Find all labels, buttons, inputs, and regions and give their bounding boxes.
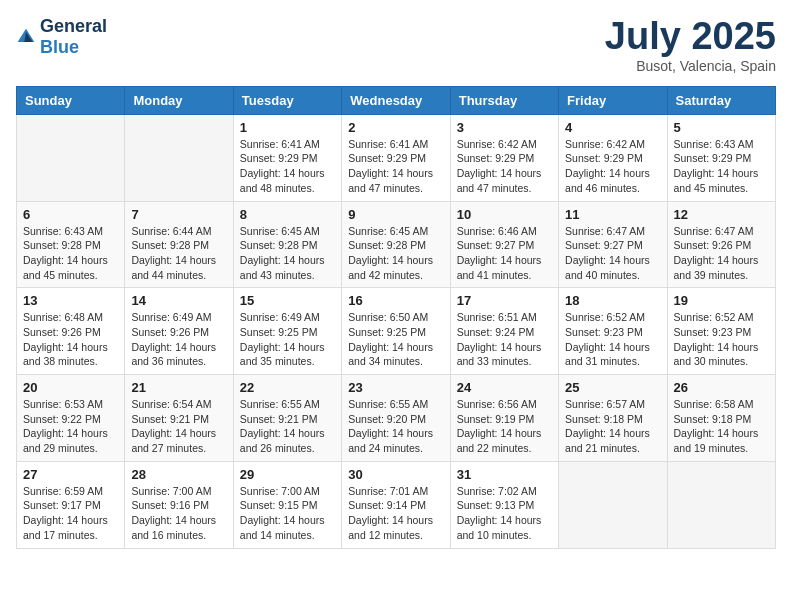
table-row: 31Sunrise: 7:02 AMSunset: 9:13 PMDayligh… [450,461,558,548]
day-number: 26 [674,380,769,395]
day-number: 14 [131,293,226,308]
day-info: Sunrise: 7:01 AMSunset: 9:14 PMDaylight:… [348,484,443,543]
table-row: 15Sunrise: 6:49 AMSunset: 9:25 PMDayligh… [233,288,341,375]
table-row: 28Sunrise: 7:00 AMSunset: 9:16 PMDayligh… [125,461,233,548]
logo-blue: Blue [40,37,79,57]
table-row: 25Sunrise: 6:57 AMSunset: 9:18 PMDayligh… [559,375,667,462]
day-number: 3 [457,120,552,135]
day-number: 30 [348,467,443,482]
table-row: 9Sunrise: 6:45 AMSunset: 9:28 PMDaylight… [342,201,450,288]
day-number: 31 [457,467,552,482]
day-info: Sunrise: 6:46 AMSunset: 9:27 PMDaylight:… [457,224,552,283]
calendar-header-row: Sunday Monday Tuesday Wednesday Thursday… [17,86,776,114]
day-info: Sunrise: 6:51 AMSunset: 9:24 PMDaylight:… [457,310,552,369]
table-row [125,114,233,201]
day-number: 27 [23,467,118,482]
day-info: Sunrise: 7:00 AMSunset: 9:15 PMDaylight:… [240,484,335,543]
header-sunday: Sunday [17,86,125,114]
day-number: 12 [674,207,769,222]
day-info: Sunrise: 6:41 AMSunset: 9:29 PMDaylight:… [240,137,335,196]
day-number: 23 [348,380,443,395]
day-info: Sunrise: 6:44 AMSunset: 9:28 PMDaylight:… [131,224,226,283]
table-row: 8Sunrise: 6:45 AMSunset: 9:28 PMDaylight… [233,201,341,288]
day-number: 16 [348,293,443,308]
table-row: 24Sunrise: 6:56 AMSunset: 9:19 PMDayligh… [450,375,558,462]
day-number: 11 [565,207,660,222]
day-info: Sunrise: 6:55 AMSunset: 9:20 PMDaylight:… [348,397,443,456]
day-info: Sunrise: 6:54 AMSunset: 9:21 PMDaylight:… [131,397,226,456]
day-number: 7 [131,207,226,222]
day-info: Sunrise: 6:58 AMSunset: 9:18 PMDaylight:… [674,397,769,456]
table-row: 13Sunrise: 6:48 AMSunset: 9:26 PMDayligh… [17,288,125,375]
day-number: 19 [674,293,769,308]
calendar-week-4: 20Sunrise: 6:53 AMSunset: 9:22 PMDayligh… [17,375,776,462]
day-info: Sunrise: 6:59 AMSunset: 9:17 PMDaylight:… [23,484,118,543]
logo-text: General Blue [40,16,107,58]
day-number: 17 [457,293,552,308]
day-number: 29 [240,467,335,482]
table-row: 20Sunrise: 6:53 AMSunset: 9:22 PMDayligh… [17,375,125,462]
logo-icon [16,27,36,47]
table-row: 3Sunrise: 6:42 AMSunset: 9:29 PMDaylight… [450,114,558,201]
table-row: 11Sunrise: 6:47 AMSunset: 9:27 PMDayligh… [559,201,667,288]
table-row: 12Sunrise: 6:47 AMSunset: 9:26 PMDayligh… [667,201,775,288]
day-info: Sunrise: 6:57 AMSunset: 9:18 PMDaylight:… [565,397,660,456]
table-row: 18Sunrise: 6:52 AMSunset: 9:23 PMDayligh… [559,288,667,375]
table-row: 7Sunrise: 6:44 AMSunset: 9:28 PMDaylight… [125,201,233,288]
table-row: 17Sunrise: 6:51 AMSunset: 9:24 PMDayligh… [450,288,558,375]
page-header: General Blue July 2025 Busot, Valencia, … [16,16,776,74]
logo: General Blue [16,16,107,58]
table-row [17,114,125,201]
table-row: 19Sunrise: 6:52 AMSunset: 9:23 PMDayligh… [667,288,775,375]
calendar-subtitle: Busot, Valencia, Spain [605,58,776,74]
day-info: Sunrise: 6:49 AMSunset: 9:26 PMDaylight:… [131,310,226,369]
calendar-week-3: 13Sunrise: 6:48 AMSunset: 9:26 PMDayligh… [17,288,776,375]
day-info: Sunrise: 6:47 AMSunset: 9:26 PMDaylight:… [674,224,769,283]
day-info: Sunrise: 6:45 AMSunset: 9:28 PMDaylight:… [348,224,443,283]
day-number: 20 [23,380,118,395]
day-info: Sunrise: 7:00 AMSunset: 9:16 PMDaylight:… [131,484,226,543]
header-wednesday: Wednesday [342,86,450,114]
table-row: 27Sunrise: 6:59 AMSunset: 9:17 PMDayligh… [17,461,125,548]
day-number: 22 [240,380,335,395]
day-number: 21 [131,380,226,395]
calendar-week-5: 27Sunrise: 6:59 AMSunset: 9:17 PMDayligh… [17,461,776,548]
table-row [559,461,667,548]
table-row: 21Sunrise: 6:54 AMSunset: 9:21 PMDayligh… [125,375,233,462]
table-row: 26Sunrise: 6:58 AMSunset: 9:18 PMDayligh… [667,375,775,462]
table-row: 22Sunrise: 6:55 AMSunset: 9:21 PMDayligh… [233,375,341,462]
table-row: 14Sunrise: 6:49 AMSunset: 9:26 PMDayligh… [125,288,233,375]
table-row: 23Sunrise: 6:55 AMSunset: 9:20 PMDayligh… [342,375,450,462]
table-row: 4Sunrise: 6:42 AMSunset: 9:29 PMDaylight… [559,114,667,201]
calendar-title: July 2025 [605,16,776,58]
table-row: 29Sunrise: 7:00 AMSunset: 9:15 PMDayligh… [233,461,341,548]
day-info: Sunrise: 6:43 AMSunset: 9:28 PMDaylight:… [23,224,118,283]
day-info: Sunrise: 7:02 AMSunset: 9:13 PMDaylight:… [457,484,552,543]
title-area: July 2025 Busot, Valencia, Spain [605,16,776,74]
table-row: 5Sunrise: 6:43 AMSunset: 9:29 PMDaylight… [667,114,775,201]
day-info: Sunrise: 6:53 AMSunset: 9:22 PMDaylight:… [23,397,118,456]
header-monday: Monday [125,86,233,114]
table-row: 1Sunrise: 6:41 AMSunset: 9:29 PMDaylight… [233,114,341,201]
day-number: 13 [23,293,118,308]
day-number: 1 [240,120,335,135]
calendar-week-2: 6Sunrise: 6:43 AMSunset: 9:28 PMDaylight… [17,201,776,288]
day-info: Sunrise: 6:42 AMSunset: 9:29 PMDaylight:… [565,137,660,196]
day-number: 8 [240,207,335,222]
day-info: Sunrise: 6:55 AMSunset: 9:21 PMDaylight:… [240,397,335,456]
table-row: 30Sunrise: 7:01 AMSunset: 9:14 PMDayligh… [342,461,450,548]
logo-general: General [40,16,107,36]
day-info: Sunrise: 6:56 AMSunset: 9:19 PMDaylight:… [457,397,552,456]
day-info: Sunrise: 6:52 AMSunset: 9:23 PMDaylight:… [674,310,769,369]
day-info: Sunrise: 6:45 AMSunset: 9:28 PMDaylight:… [240,224,335,283]
day-number: 10 [457,207,552,222]
day-number: 6 [23,207,118,222]
day-info: Sunrise: 6:49 AMSunset: 9:25 PMDaylight:… [240,310,335,369]
day-info: Sunrise: 6:47 AMSunset: 9:27 PMDaylight:… [565,224,660,283]
day-info: Sunrise: 6:42 AMSunset: 9:29 PMDaylight:… [457,137,552,196]
day-info: Sunrise: 6:52 AMSunset: 9:23 PMDaylight:… [565,310,660,369]
day-number: 9 [348,207,443,222]
day-info: Sunrise: 6:41 AMSunset: 9:29 PMDaylight:… [348,137,443,196]
day-info: Sunrise: 6:48 AMSunset: 9:26 PMDaylight:… [23,310,118,369]
day-number: 24 [457,380,552,395]
